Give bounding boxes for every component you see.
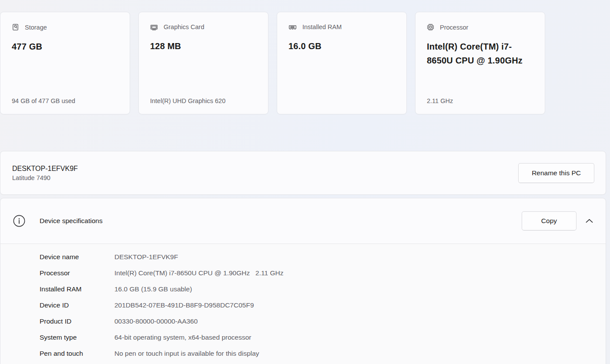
processor-card: Processor Intel(R) Core(TM) i7-8650U CPU… (415, 12, 545, 114)
spec-row-processor: Processor Intel(R) Core(TM) i7-8650U CPU… (40, 265, 606, 281)
rename-pc-row: DESKTOP-1EFVK9F Latitude 7490 Rename thi… (0, 151, 606, 195)
graphics-card-icon (150, 24, 158, 30)
card-value: 16.0 GB (288, 39, 398, 53)
device-model: Latitude 7490 (12, 174, 78, 181)
spec-row-pen-and-touch: Pen and touch No pen or touch input is a… (40, 345, 606, 361)
settings-about-page: Storage 477 GB 94 GB of 477 GB used Grap… (0, 0, 610, 364)
spec-label: Installed RAM (40, 285, 114, 293)
rename-pc-button[interactable]: Rename this PC (518, 163, 594, 183)
processor-icon (427, 23, 434, 31)
device-specifications-body: Device name DESKTOP-1EFVK9F Processor In… (0, 244, 606, 364)
hardware-cards-row: Storage 477 GB 94 GB of 477 GB used Grap… (0, 12, 545, 114)
spec-value: DESKTOP-1EFVK9F (114, 253, 178, 261)
spec-value: 00330-80000-00000-AA360 (114, 317, 198, 325)
graphics-card-card: Graphics Card 128 MB Intel(R) UHD Graphi… (138, 12, 268, 114)
spec-label: Device ID (40, 301, 114, 309)
storage-icon (12, 23, 19, 31)
card-label: Graphics Card (164, 23, 204, 30)
card-caption: Intel(R) UHD Graphics 620 (150, 97, 225, 104)
device-specifications-card: Device specifications Copy Device name D… (0, 198, 606, 364)
info-icon (13, 215, 25, 227)
spec-label: Product ID (40, 317, 114, 325)
spec-value: 64-bit operating system, x64-based proce… (114, 334, 251, 341)
device-name: DESKTOP-1EFVK9F (12, 165, 78, 173)
device-specifications-header[interactable]: Device specifications Copy (0, 198, 606, 244)
spec-value: Intel(R) Core(TM) i7-8650U CPU @ 1.90GHz… (114, 269, 283, 277)
card-label: Processor (440, 24, 468, 31)
card-value: 477 GB (12, 40, 121, 53)
card-caption: 2.11 GHz (427, 97, 453, 104)
spec-label: System type (40, 334, 114, 341)
chevron-up-icon[interactable] (586, 219, 593, 223)
copy-button[interactable]: Copy (522, 211, 576, 230)
installed-ram-card: Installed RAM 16.0 GB (277, 12, 407, 114)
spec-label: Pen and touch (40, 350, 114, 357)
spec-label: Device name (40, 253, 114, 261)
card-label: Installed RAM (302, 23, 342, 30)
card-value: Intel(R) Core(TM) i7-8650U CPU @ 1.90GHz (427, 40, 536, 67)
card-value: 128 MB (150, 39, 259, 53)
spec-row-system-type: System type 64-bit operating system, x64… (40, 329, 606, 345)
card-label: Storage (25, 24, 47, 31)
spec-row-installed-ram: Installed RAM 16.0 GB (15.9 GB usable) (40, 281, 606, 297)
spec-value: No pen or touch input is available for t… (114, 350, 259, 357)
storage-card: Storage 477 GB 94 GB of 477 GB used (0, 12, 130, 114)
spec-row-device-name: Device name DESKTOP-1EFVK9F (40, 249, 606, 265)
device-specifications-title: Device specifications (40, 217, 522, 225)
spec-value: 201DB542-07EB-491D-B8F9-D958DC7C05F9 (114, 301, 254, 309)
spec-value: 16.0 GB (15.9 GB usable) (114, 285, 192, 293)
spec-label: Processor (40, 269, 114, 277)
device-identity: DESKTOP-1EFVK9F Latitude 7490 (12, 165, 78, 181)
card-caption: 94 GB of 477 GB used (12, 97, 75, 104)
spec-row-product-id: Product ID 00330-80000-00000-AA360 (40, 313, 606, 329)
ram-icon (288, 24, 297, 30)
spec-row-device-id: Device ID 201DB542-07EB-491D-B8F9-D958DC… (40, 297, 606, 313)
